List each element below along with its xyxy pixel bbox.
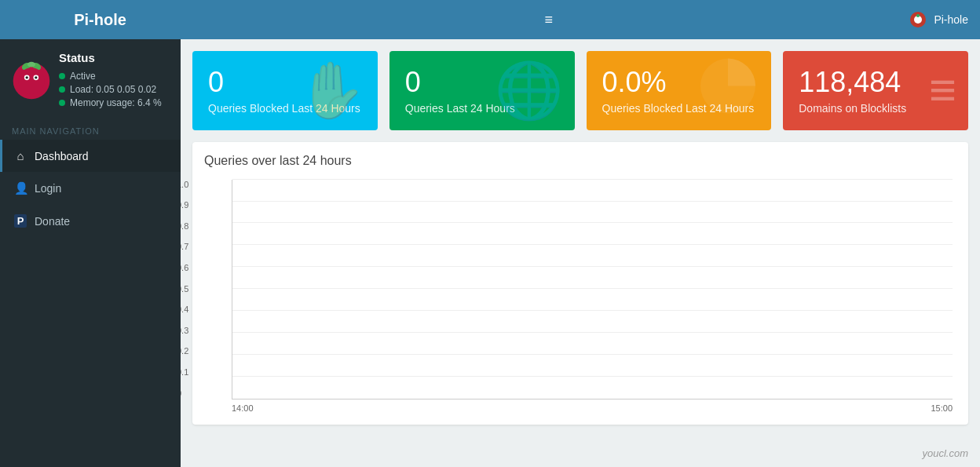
y-label: 0.3 [181,326,188,335]
stat-card-domains-blocklists: 118,484 Domains on Blocklists ≡ [783,51,968,130]
chart-gridline [232,266,953,267]
sidebar: Status Active Load: 0.05 0.05 0.02 Memor… [0,39,181,467]
sidebar-status-title: Status [59,51,162,64]
sidebar-item-dashboard-label: Dashboard [35,150,89,162]
chart-x-axis: 14:0015:00 [232,403,953,413]
chart-panel: Queries over last 24 hours 00.10.20.30.4… [192,142,968,425]
load-status-dot [59,86,65,93]
sidebar-logo-area: Status Active Load: 0.05 0.05 0.02 Memor… [0,39,181,119]
y-label: 1.0 [181,180,188,189]
navbar-user-label: Pi-hole [934,13,968,26]
chart-gridline [232,332,953,333]
main-content: 0 Queries Blocked Last 24 Hours ✋ 0 Quer… [181,39,980,467]
chart-gridline [232,179,953,180]
stat-card-total-queries: 0 Queries Last 24 Hours 🌐 [389,51,575,130]
svg-point-6 [27,62,35,67]
chart-gridline [232,288,953,289]
user-icon: 👤 [14,181,27,195]
y-label: 0.8 [181,221,188,231]
chart-canvas [232,180,953,400]
status-load-label: Load: 0.05 0.05 0.02 [70,84,156,95]
list-icon: ≡ [929,67,956,114]
hand-icon: ✋ [298,63,366,118]
y-label: 0.1 [181,367,188,377]
chart-y-axis: 00.10.20.30.40.50.60.70.80.91.0 [181,180,188,400]
nav-section-label: MAIN NAVIGATION [0,119,181,140]
chart-gridline [232,310,953,311]
svg-point-10 [26,76,28,78]
status-memory-label: Memory usage: 6.4 % [70,97,162,108]
navbar: Pi-hole ≡ Pi-hole [0,0,980,39]
memory-status-dot [59,100,65,106]
navbar-brand: Pi-hole [12,11,188,29]
sidebar-item-donate-label: Donate [35,215,70,228]
raspberry-pi-icon [12,61,51,100]
chart-title: Queries over last 24 hours [204,154,956,168]
y-label: 0.4 [181,305,188,314]
y-label: 0.5 [181,284,188,294]
status-active-row: Active [59,71,162,82]
stat-card-percent-blocked: 0.0% Queries Blocked Last 24 Hours [587,51,772,130]
status-active-label: Active [70,71,96,82]
y-label: 0.6 [181,263,188,272]
status-memory-row: Memory usage: 6.4 % [59,97,162,108]
chart-gridlines [232,180,953,399]
navbar-right: Pi-hole [909,10,968,29]
sidebar-item-login[interactable]: 👤 Login [0,172,181,205]
sidebar-item-dashboard[interactable]: ⌂ Dashboard [0,140,181,172]
pihole-logo-icon [909,10,927,29]
layout: Status Active Load: 0.05 0.05 0.02 Memor… [0,39,980,467]
pie-chart-icon [697,55,759,126]
paypal-icon: P [14,214,27,228]
status-load-row: Load: 0.05 0.05 0.02 [59,84,162,95]
home-icon: ⌂ [14,149,27,162]
y-label: 0.2 [181,346,188,356]
chart-gridline [232,354,953,355]
sidebar-item-login-label: Login [35,182,61,195]
active-status-dot [59,73,65,79]
y-label: 0.9 [181,200,188,210]
chart-gridline [232,201,953,202]
y-label: 0.7 [181,242,188,251]
y-label: 0 [181,389,188,398]
watermark: youcl.com [922,447,968,459]
x-label: 14:00 [232,403,254,413]
chart-gridline [232,376,953,377]
navbar-toggle-button[interactable]: ≡ [188,8,909,32]
chart-gridline [232,222,953,223]
stat-cards-grid: 0 Queries Blocked Last 24 Hours ✋ 0 Quer… [192,51,968,130]
svg-point-11 [35,76,37,78]
sidebar-item-donate[interactable]: P Donate [0,205,181,237]
stat-card-queries-blocked: 0 Queries Blocked Last 24 Hours ✋ [192,51,378,130]
chart-gridline [232,244,953,245]
globe-icon: 🌐 [495,63,563,118]
x-label: 15:00 [931,403,953,413]
sidebar-status-area: Status Active Load: 0.05 0.05 0.02 Memor… [59,51,162,111]
svg-point-7 [18,67,44,93]
svg-point-2 [916,14,920,17]
